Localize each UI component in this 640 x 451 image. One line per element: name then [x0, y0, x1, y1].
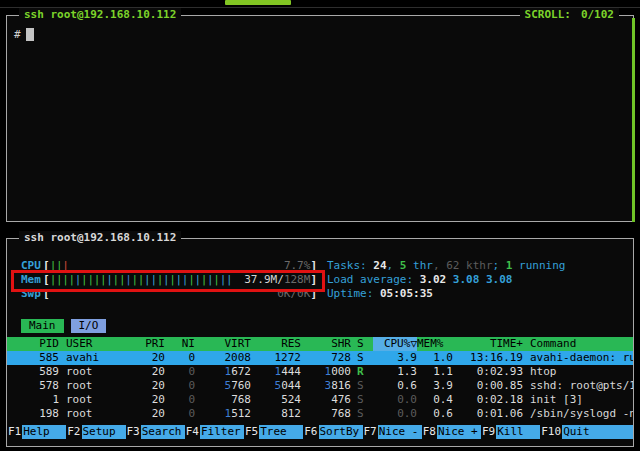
fkey-filter[interactable]: F4Filter	[185, 425, 244, 439]
num-rest: 000	[331, 365, 351, 378]
fkey-number: F8	[422, 425, 437, 439]
fkey-nice-minus[interactable]: F7Nice -	[363, 425, 422, 439]
tab-io[interactable]: I/O	[71, 319, 107, 333]
virt-cell: 2008	[195, 351, 251, 365]
fkey-label: Help	[22, 425, 66, 439]
process-row-selected[interactable]: 585 avahi 20 0 2008 1272 728 S 3.9 1.0 1…	[7, 351, 633, 365]
kthr-text: , 62 kthr	[433, 259, 493, 272]
fkey-number: F3	[126, 425, 141, 439]
fkey-number: F5	[244, 425, 259, 439]
cpu-cell: 3.9	[373, 351, 417, 365]
load-1min: 3.02	[420, 273, 447, 286]
shr-cell: 728	[301, 351, 351, 365]
command-cell: htop	[523, 365, 633, 379]
terminal-screen: { "colors": { "pane_title_active": "#7cd…	[0, 0, 640, 451]
shr-cell: 3816	[301, 379, 351, 393]
col-header-command[interactable]: Command	[523, 337, 633, 351]
col-header-pid[interactable]: PID	[14, 337, 59, 351]
num-rest: 444	[281, 365, 301, 378]
num-rest: 760	[231, 379, 251, 392]
fkey-label: Search	[141, 425, 185, 439]
scroll-label: SCROLL:	[525, 8, 571, 21]
fkey-label: Filter	[200, 425, 244, 439]
col-header-cpu-sorted[interactable]: CPU%▽	[373, 337, 417, 351]
time-cell: 0:02.93	[453, 365, 523, 379]
htop-tabs: Main I/O	[21, 319, 633, 333]
user-cell: root	[59, 393, 129, 407]
col-header-time[interactable]: TIME+	[453, 337, 523, 351]
process-row[interactable]: 198 root 20 0 1512 812 768 S 0.0 0.6 0:0…	[7, 407, 633, 421]
scrollbar[interactable]	[632, 18, 635, 222]
num-rest: 768	[231, 393, 251, 406]
shell-prompt: #	[14, 28, 21, 41]
num-rest: 812	[281, 407, 301, 420]
ni-cell: 0	[165, 379, 195, 393]
function-key-bar: F1Help F2Setup F3Search F4Filter F5Tree …	[7, 425, 633, 439]
mem-cell: 0.6	[417, 407, 453, 421]
uptime-label: Uptime:	[327, 287, 380, 300]
res-cell: 1444	[251, 365, 301, 379]
fkey-number: F9	[481, 425, 496, 439]
col-header-state[interactable]: S	[351, 337, 373, 351]
fkey-help[interactable]: F1Help	[7, 425, 66, 439]
tasks-line: Tasks: 24, 5 thr, 62 kthr; 1 running	[327, 259, 633, 273]
col-header-res[interactable]: RES	[251, 337, 301, 351]
num-rest: 672	[231, 365, 251, 378]
thr-label: thr	[406, 259, 433, 272]
fkey-quit[interactable]: F10Quit	[540, 425, 633, 439]
col-header-cpu-label: CPU%	[384, 337, 411, 350]
mem-cell: 1.1	[417, 365, 453, 379]
virt-cell: 5760	[195, 379, 251, 393]
ni-cell: 0	[165, 393, 195, 407]
pid-cell: 1	[14, 393, 59, 407]
col-header-virt[interactable]: VIRT	[195, 337, 251, 351]
num-rest: 2008	[225, 351, 252, 364]
pid-cell: 585	[14, 351, 59, 365]
virt-cell: 1672	[195, 365, 251, 379]
htop-sysinfo: Tasks: 24, 5 thr, 62 kthr; 1 running Loa…	[327, 259, 633, 301]
command-cell: /sbin/syslogd -n	[523, 407, 633, 421]
fkey-kill[interactable]: F9Kill	[481, 425, 540, 439]
fkey-tree[interactable]: F5Tree	[244, 425, 303, 439]
fkey-label: Setup	[82, 425, 126, 439]
fkey-number: F4	[185, 425, 200, 439]
col-header-user[interactable]: USER	[59, 337, 129, 351]
sep: ,	[387, 259, 400, 272]
col-header-shr[interactable]: SHR	[301, 337, 351, 351]
load-15min: 3.08	[486, 273, 513, 286]
num-rest: 512	[231, 407, 251, 420]
process-row[interactable]: 578 root 20 0 5760 5044 3816 S 0.6 3.9 0…	[7, 379, 633, 393]
fkey-nice-plus[interactable]: F8Nice +	[422, 425, 481, 439]
fkey-search[interactable]: F3Search	[126, 425, 185, 439]
pane-shell-title: ssh root@192.168.10.112	[19, 8, 181, 22]
num-rest: 044	[281, 379, 301, 392]
fkey-label: Quit	[562, 425, 633, 439]
col-header-mem[interactable]: MEM%	[417, 337, 453, 351]
mem-cell: 0.4	[417, 393, 453, 407]
load-average-line: Load average: 3.02 3.08 3.08	[327, 273, 633, 287]
fkey-label: SortBy	[319, 425, 363, 439]
mem-highlight-box	[11, 270, 325, 292]
scroll-value: 0/102	[581, 8, 614, 21]
tab-main[interactable]: Main	[21, 319, 64, 333]
process-row[interactable]: 589 root 20 0 1672 1444 1000 R 1.3 1.1 0…	[7, 365, 633, 379]
fkey-number: F10	[540, 425, 562, 439]
num-rest: 1272	[275, 351, 302, 364]
fkey-setup[interactable]: F2Setup	[66, 425, 125, 439]
res-cell: 5044	[251, 379, 301, 393]
ni-cell: 0	[165, 407, 195, 421]
col-header-pri[interactable]: PRI	[129, 337, 165, 351]
shr-cell: 768	[301, 407, 351, 421]
fkey-sortby[interactable]: F6SortBy	[303, 425, 362, 439]
ni-cell: 0	[165, 351, 195, 365]
time-cell: 0:01.06	[453, 407, 523, 421]
res-cell: 812	[251, 407, 301, 421]
user-cell: root	[59, 379, 129, 393]
process-row[interactable]: 1 root 20 0 768 524 476 S 0.0 0.4 0:02.1…	[7, 393, 633, 407]
status-cell: S	[351, 351, 373, 365]
command-cell: sshd: root@pts/1	[523, 379, 633, 393]
fkey-number: F6	[303, 425, 318, 439]
process-table-header: PID USER PRI NI VIRT RES SHR S CPU%▽ MEM…	[7, 337, 633, 351]
col-header-ni[interactable]: NI	[165, 337, 195, 351]
fkey-label: Kill	[496, 425, 540, 439]
